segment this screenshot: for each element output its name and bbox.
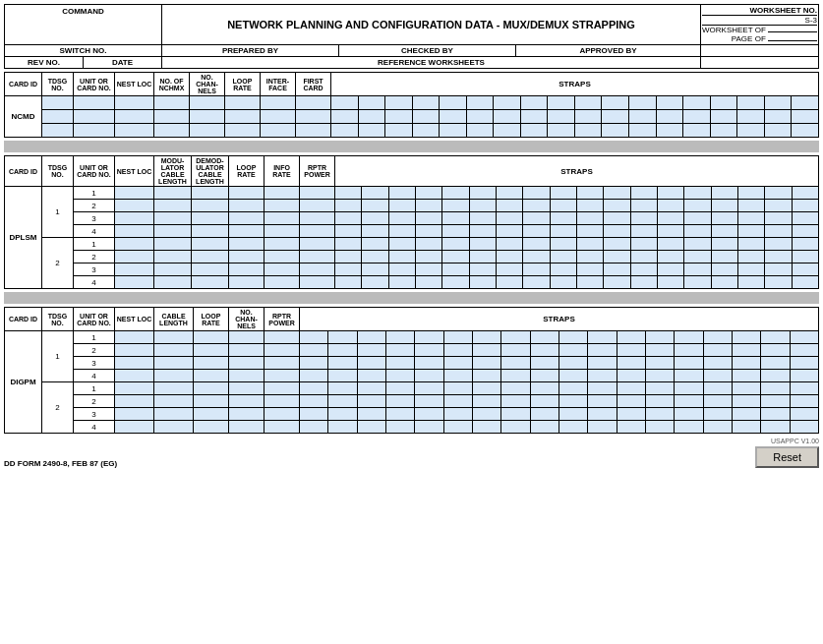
- s3-g2-r4: 4: [74, 421, 115, 434]
- worksheet-of-cell: [701, 45, 819, 57]
- s2-col-looprate: LOOPRATE: [229, 156, 265, 187]
- s2-g2-r3: 3: [74, 263, 115, 276]
- s3-g2-r3: 3: [74, 408, 115, 421]
- date-label: DATE: [84, 57, 162, 69]
- s2-col-demodulator: DEMOD-ULATORCABLELENGTH: [192, 156, 229, 187]
- form-label: DD FORM 2490-8, FEB 87 (EG): [4, 459, 117, 468]
- s1-col-noofnchmx: NO. OFNCHMX: [154, 73, 190, 96]
- prepared-by-label: PREPARED BY: [162, 45, 339, 57]
- s3-group1: 1: [42, 331, 74, 382]
- s3-col-nestloc: NEST LOC: [115, 308, 154, 331]
- version-label: USAPPC V1.00: [771, 438, 819, 444]
- section-divider-1: [4, 141, 819, 152]
- page-title: NETWORK PLANNING AND CONFIGURATION DATA …: [162, 5, 701, 45]
- worksheet-label: WORKSHEET OF: [702, 26, 817, 34]
- s2-rowlabel-dplsm: DPLSM: [5, 187, 42, 289]
- s1-col-tdsg: TDSGNO.: [42, 73, 74, 96]
- s1-col-looprate: LOOPRATE: [225, 73, 261, 96]
- s3-col-cardid: CARD ID: [5, 308, 42, 331]
- s1-col-nestloc: NEST LOC: [115, 73, 154, 96]
- s3-g1-r1: 1: [74, 331, 115, 344]
- command-label: COMMAND: [5, 5, 162, 45]
- s2-col-nestloc: NEST LOC: [115, 156, 154, 187]
- s2-col-inforate: INFORATE: [265, 156, 300, 187]
- s2-col-straps: STRAPS: [335, 156, 819, 187]
- s3-col-straps: STRAPS: [300, 308, 819, 331]
- footer: DD FORM 2490-8, FEB 87 (EG) USAPPC V1.00…: [4, 438, 819, 468]
- s2-g2-r1: 1: [74, 238, 115, 251]
- of-label: OF: [755, 26, 766, 34]
- s2-col-tdsg: TDSGNO.: [42, 156, 74, 187]
- s1-col-unitcard: UNIT ORCARD NO.: [74, 73, 115, 96]
- switch-no-label: SWITCH NO.: [5, 45, 162, 57]
- page-label: PAGE OF: [702, 34, 817, 43]
- s2-g1-r3: 3: [74, 212, 115, 225]
- s3-g1-r4: 4: [74, 370, 115, 382]
- s2-group1: 1: [42, 187, 74, 238]
- s2-g1-r1: 1: [74, 187, 115, 200]
- s2-col-rptrpower: RPTRPOWER: [300, 156, 335, 187]
- s3-col-looprate: LOOPRATE: [194, 308, 229, 331]
- s2-g2-r2: 2: [74, 251, 115, 263]
- worksheet-no-value: S-3: [702, 16, 817, 26]
- of2-label: OF: [755, 34, 766, 43]
- s3-g2-r2: 2: [74, 395, 115, 408]
- s1-col-cardid: CARD ID: [5, 73, 42, 96]
- worksheet-no-label: WORKSHEET NO.: [702, 6, 817, 16]
- s3-col-tdsg: TDSGNO.: [42, 308, 74, 331]
- s3-col-unitcard: UNIT ORCARD NO.: [74, 308, 115, 331]
- reset-button[interactable]: Reset: [755, 446, 819, 468]
- approved-by-label: APPROVED BY: [516, 45, 701, 57]
- s3-col-cablelength: CABLELENGTH: [154, 308, 194, 331]
- s1-col-nochannels: NO.CHAN-NELS: [190, 73, 225, 96]
- s2-g1-r2: 2: [74, 200, 115, 212]
- s2-col-unitcard: UNIT ORCARD NO.: [74, 156, 115, 187]
- s2-group2: 2: [42, 238, 74, 289]
- s3-g2-r1: 1: [74, 382, 115, 395]
- s2-g1-r4: 4: [74, 225, 115, 238]
- rev-no-label: REV NO.: [5, 57, 84, 69]
- s2-col-cardid: CARD ID: [5, 156, 42, 187]
- s3-group2: 2: [42, 382, 74, 434]
- s2-g2-r4: 4: [74, 276, 115, 289]
- section-divider-2: [4, 292, 819, 304]
- s3-col-rptrpower: RPTRPOWER: [265, 308, 300, 331]
- reference-worksheets-value: [701, 57, 819, 69]
- s1-col-firstcard: FIRSTCARD: [296, 73, 331, 96]
- s3-g1-r2: 2: [74, 344, 115, 357]
- s1-rowlabel-ncmd: NCMD: [5, 96, 42, 138]
- s2-col-modulator: MODU-LATORCABLELENGTH: [154, 156, 192, 187]
- checked-by-label: CHECKED BY: [339, 45, 516, 57]
- page: COMMAND NETWORK PLANNING AND CONFIGURATI…: [0, 0, 823, 644]
- s3-col-nochannels: NO.CHAN-NELS: [229, 308, 265, 331]
- s3-rowlabel-digpm: DIGPM: [5, 331, 42, 434]
- reference-worksheets-label: REFERENCE WORKSHEETS: [162, 57, 701, 69]
- s3-g1-r3: 3: [74, 357, 115, 370]
- s1-col-interface: INTER-FACE: [261, 73, 296, 96]
- s1-col-straps: STRAPS: [331, 73, 819, 96]
- worksheet-box: WORKSHEET NO. S-3 WORKSHEET OF PAGE OF: [701, 5, 819, 45]
